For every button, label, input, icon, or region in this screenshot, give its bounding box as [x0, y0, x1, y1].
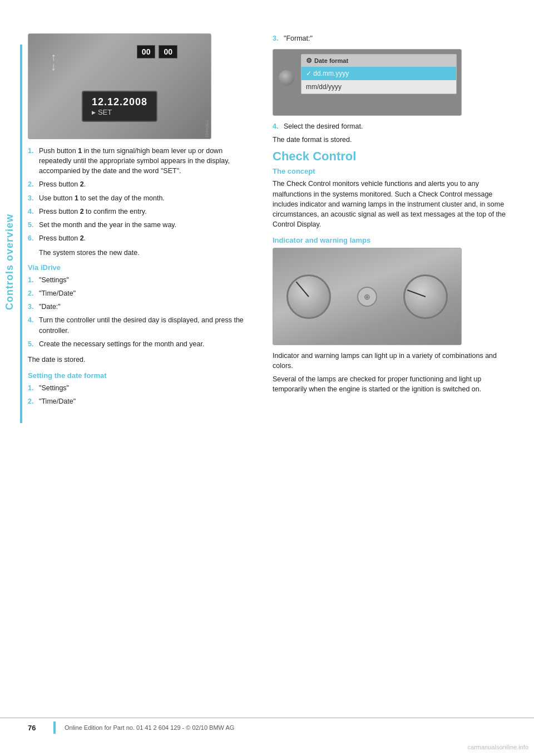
step-6-subnote: The system stores the new date.: [39, 249, 256, 257]
right-step-3-num: 3.: [273, 33, 280, 43]
right-column: 3. "Format:" ⚙ Date format ✓ dd.mm.yyyy …: [267, 33, 517, 412]
footer-copyright: Online Edition for Part no. 01 41 2 604 …: [65, 724, 234, 731]
step3-format-row: 3. "Format:": [273, 33, 517, 43]
step-4-num: 4.: [28, 207, 36, 217]
step-2-num: 2.: [28, 179, 36, 189]
fmt-step-2-text: "Time/Date": [39, 396, 76, 406]
step-3-num: 3.: [28, 193, 36, 203]
format-option-selected: ✓ dd.mm.yyyy: [301, 67, 456, 80]
main-steps-list: 1. Push button 1 in the turn signal/high…: [28, 146, 256, 243]
right-gauge: [403, 274, 448, 319]
cluster-image: ⊕ P91xxxx0: [273, 248, 462, 345]
step-2-text: Press button 2.: [39, 179, 86, 189]
right-step-4: 4. Select the desired format.: [273, 121, 517, 131]
idrive-step-4: 4. Turn the controller until the desired…: [28, 315, 256, 335]
watermark: carmanualsoniline.info: [468, 744, 528, 750]
photo-id: P90xx01: [205, 120, 210, 138]
indicator-warning-heading: Indicator and warning lamps: [273, 236, 517, 244]
dashboard-display: 12.12.2008 SET: [82, 91, 157, 122]
idrive-step-1-text: "Settings": [39, 275, 69, 285]
footer-bar-accent: [53, 721, 56, 734]
dashboard-image: ↑ ↓ 00 00 12.12.2008 SET P90xx01: [28, 33, 211, 139]
fmt-step-2: 2. "Time/Date": [28, 396, 256, 406]
step-5-num: 5.: [28, 220, 36, 230]
warning-symbol: ⊕: [364, 292, 370, 301]
step-1: 1. Push button 1 in the turn signal/high…: [28, 146, 256, 176]
step-6: 6. Press button 2.: [28, 233, 256, 243]
idrive-step-5-num: 5.: [28, 339, 36, 349]
date-format-title: ⚙ Date format: [301, 55, 456, 67]
format-option-2: mm/dd/yyyy: [301, 80, 456, 94]
footer: 76 Online Edition for Part no. 01 41 2 6…: [0, 718, 534, 734]
clock-box-1: 00: [137, 45, 156, 58]
via-idrive-heading: Via iDrive: [28, 263, 256, 272]
step-2: 2. Press button 2.: [28, 179, 256, 189]
step-4: 4. Press button 2 to confirm the entry.: [28, 207, 256, 217]
indicator-text-1: Indicator and warning lamps can light up…: [273, 351, 517, 371]
idrive-step-2: 2. "Time/Date": [28, 288, 256, 298]
sidebar-text: Controls overview: [4, 213, 16, 310]
page-container: Controls overview ↑ ↓ 00 00 12.12.2: [0, 0, 534, 756]
idrive-step-4-num: 4.: [28, 315, 36, 335]
right-step-3: 3. "Format:": [273, 33, 517, 43]
indicator-text-2: Several of the lamps are checked for pro…: [273, 374, 517, 394]
right-step-4-text: Select the desired format.: [284, 121, 363, 131]
dashboard-date: 12.12.2008: [92, 96, 147, 108]
right-step-4-num: 4.: [273, 121, 280, 131]
left-gauge: [286, 274, 331, 319]
fmt-step-1-text: "Settings": [39, 383, 69, 393]
date-format-image: ⚙ Date format ✓ dd.mm.yyyy mm/dd/yyyy: [273, 49, 462, 116]
right-step4-list: 4. Select the desired format.: [273, 121, 517, 131]
dashboard-arrows: ↑ ↓: [51, 51, 56, 73]
step-3-text: Use button 1 to set the day of the month…: [39, 193, 165, 203]
step-3: 3. Use button 1 to set the day of the mo…: [28, 193, 256, 203]
step-4-text: Press button 2 to confirm the entry.: [39, 207, 147, 217]
idrive-step-4-text: Turn the controller until the desired da…: [39, 315, 256, 335]
warning-lamp-icon: ⊕: [357, 287, 377, 307]
dashboard-set: SET: [92, 108, 147, 116]
fmt-step-2-num: 2.: [28, 396, 36, 406]
date-format-steps: 1. "Settings" 2. "Time/Date": [28, 383, 256, 406]
step-5-text: Set the month and the year in the same w…: [39, 220, 176, 230]
step-1-text: Push button 1 in the turn signal/high be…: [39, 146, 256, 176]
date-format-stored-note: The date format is stored.: [273, 135, 517, 145]
blue-border-accent: [20, 45, 22, 423]
clock-box-2: 00: [159, 45, 177, 58]
step-1-num: 1.: [28, 146, 36, 176]
footer-page-number: 76: [28, 724, 44, 732]
idrive-step-3-text: "Date:": [39, 302, 61, 312]
idrive-step-5: 5. Create the necessary settings for the…: [28, 339, 256, 349]
idrive-step-1: 1. "Settings": [28, 275, 256, 285]
step-6-text: Press button 2.: [39, 233, 86, 243]
right-step3-list: 3. "Format:": [273, 33, 517, 43]
idrive-step-2-num: 2.: [28, 288, 36, 298]
idrive-step-5-text: Create the necessary settings for the mo…: [39, 339, 204, 349]
right-step-3-text: "Format:": [284, 33, 313, 43]
right-gauge-needle: [407, 289, 426, 297]
step-6-num: 6.: [28, 233, 36, 243]
idrive-step-3-num: 3.: [28, 302, 36, 312]
check-control-heading: Check Control: [273, 149, 517, 164]
idrive-step-1-num: 1.: [28, 275, 36, 285]
setting-date-format-heading: Setting the date format: [28, 371, 256, 380]
date-stored-note: The date is stored.: [28, 355, 256, 365]
idrive-step-2-text: "Time/Date": [39, 288, 76, 298]
main-content: ↑ ↓ 00 00 12.12.2008 SET P90xx01 1.: [28, 33, 517, 412]
fmt-step-1: 1. "Settings": [28, 383, 256, 393]
via-idrive-steps: 1. "Settings" 2. "Time/Date" 3. "Date:" …: [28, 275, 256, 349]
the-concept-heading: The concept: [273, 167, 517, 175]
date-format-menu: ⚙ Date format ✓ dd.mm.yyyy mm/dd/yyyy: [301, 54, 457, 94]
the-concept-text: The Check Control monitors vehicle funct…: [273, 179, 517, 229]
settings-icon: ⚙: [306, 57, 312, 65]
idrive-step-3: 3. "Date:": [28, 302, 256, 312]
left-gauge-needle: [295, 281, 309, 297]
cluster-photo-id: P91xxxx0: [454, 323, 459, 343]
left-column: ↑ ↓ 00 00 12.12.2008 SET P90xx01 1.: [28, 33, 256, 412]
controller-knob: [278, 69, 295, 87]
step-5: 5. Set the month and the year in the sam…: [28, 220, 256, 230]
fmt-step-1-num: 1.: [28, 383, 36, 393]
sidebar-label: Controls overview: [0, 67, 20, 456]
clock-displays: 00 00: [137, 45, 177, 58]
